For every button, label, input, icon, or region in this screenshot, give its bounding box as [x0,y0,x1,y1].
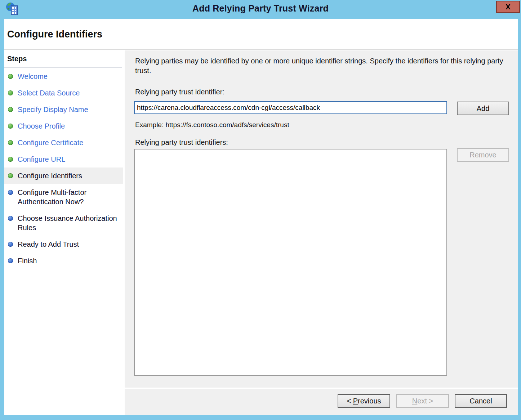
steps-list: Welcome Select Data Source Specify Displ… [4,68,123,269]
step-completed-icon [8,90,13,95]
step-label: Configure Multi-factor Authentication No… [18,188,121,206]
sidebar-item-specify-display-name[interactable]: Specify Display Name [4,101,123,118]
step-label: Welcome [18,72,48,81]
step-completed-icon [8,74,13,79]
step-current-icon [8,173,13,178]
sidebar-item-select-data-source[interactable]: Select Data Source [4,85,123,101]
step-label: Ready to Add Trust [18,240,79,249]
step-pending-icon [8,242,13,247]
remove-button[interactable]: Remove [457,148,509,162]
next-label-rest: ext > [417,397,433,405]
next-label-accelerator: N [412,397,417,405]
step-label: Configure Identifiers [18,171,82,180]
cancel-button[interactable]: Cancel [455,394,507,408]
step-label: Specify Display Name [18,105,88,114]
intro-text: Relying parties may be identified by one… [135,56,504,76]
sidebar-item-welcome[interactable]: Welcome [4,68,123,85]
sidebar-item-choose-issuance-rules[interactable]: Choose Issuance Authorization Rules [4,210,123,236]
identifier-field-label: Relying party trust identifier: [135,88,224,96]
step-label: Choose Profile [18,121,65,131]
example-text: Example: https://fs.contoso.com/adfs/ser… [135,121,289,129]
step-completed-icon [8,140,13,145]
page-title: Configure Identifiers [7,29,102,40]
previous-label-prefix: < [347,397,353,405]
step-label: Choose Issuance Authorization Rules [18,214,121,232]
previous-label-rest: revious [358,397,381,405]
step-label: Configure Certificate [18,138,83,147]
sidebar-item-configure-url[interactable]: Configure URL [4,151,123,167]
sidebar-item-configure-certificate[interactable]: Configure Certificate [4,134,123,151]
footer-bar: < Previous Next > Cancel [125,389,518,415]
wizard-dialog: Configure Identifiers Steps Welcome Sele… [4,19,518,415]
sidebar-item-choose-profile[interactable]: Choose Profile [4,118,123,134]
step-completed-icon [8,157,13,162]
step-completed-icon [8,107,13,112]
previous-label-accelerator: P [353,397,358,405]
step-label: Finish [18,256,37,265]
previous-button[interactable]: < Previous [338,394,390,408]
sidebar-item-configure-identifiers[interactable]: Configure Identifiers [4,167,123,184]
identifier-input[interactable] [134,101,447,114]
step-label: Configure URL [18,155,65,164]
sidebar-item-ready-to-add-trust[interactable]: Ready to Add Trust [4,236,123,253]
close-button[interactable]: X [496,1,520,13]
steps-sidebar: Steps Welcome Select Data Source Specify… [4,50,123,415]
step-pending-icon [8,190,13,195]
step-pending-icon [8,216,13,221]
next-button[interactable]: Next > [396,394,449,408]
step-label: Select Data Source [18,88,80,98]
page-header: Configure Identifiers [4,19,518,50]
identifiers-listbox[interactable] [134,149,447,376]
add-button[interactable]: Add [457,102,509,115]
sidebar-item-finish[interactable]: Finish [4,253,123,269]
titlebar: Add Relying Party Trust Wizard X [0,0,521,19]
sidebar-item-configure-mfa[interactable]: Configure Multi-factor Authentication No… [4,184,123,210]
window-title: Add Relying Party Trust Wizard [0,3,521,14]
step-completed-icon [8,124,13,129]
identifiers-list-label: Relying party trust identifiers: [135,138,228,147]
steps-heading: Steps [4,50,122,68]
step-pending-icon [8,258,13,263]
main-panel: Relying parties may be identified by one… [125,50,518,388]
